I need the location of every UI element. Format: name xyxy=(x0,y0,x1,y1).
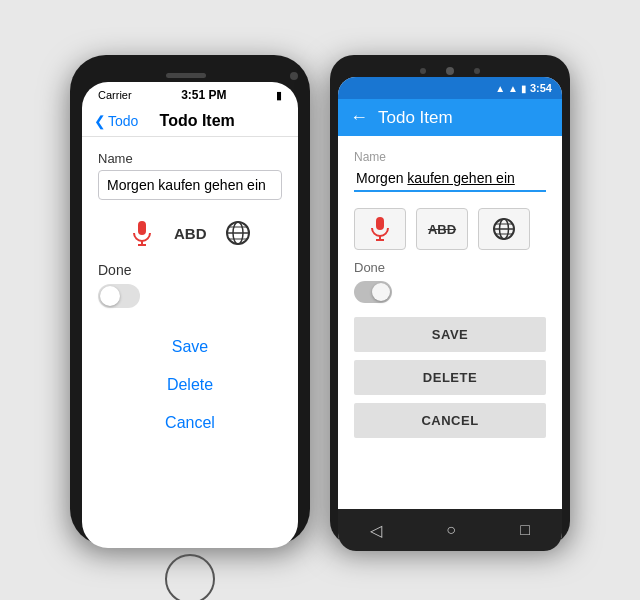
ios-carrier: Carrier xyxy=(98,89,132,101)
ios-status-bar: Carrier 3:51 PM ▮ xyxy=(82,82,298,106)
android-camera-dot xyxy=(446,67,454,75)
android-name-input[interactable]: Morgen kaufen gehen ein xyxy=(354,166,546,192)
android-content: Name Morgen kaufen gehen ein xyxy=(338,136,562,509)
android-signal-icon: ▲ xyxy=(508,83,518,94)
ios-back-button[interactable]: ❮ Todo xyxy=(94,113,138,129)
ios-time: 3:51 PM xyxy=(181,88,226,102)
android-microphone-button[interactable] xyxy=(354,208,406,250)
svg-text:ABD: ABD xyxy=(174,225,206,242)
android-name-label: Name xyxy=(354,150,546,164)
android-globe-button[interactable] xyxy=(478,208,530,250)
android-status-icons: ▲ ▲ ▮ 3:54 xyxy=(495,82,552,94)
ios-screen: Carrier 3:51 PM ▮ ❮ Todo Todo Item Name xyxy=(82,82,298,548)
android-phone: ▲ ▲ ▮ 3:54 ← Todo Item Name Morgen kaufe… xyxy=(330,55,570,545)
ios-delete-button[interactable]: Delete xyxy=(98,366,282,404)
ios-home-button[interactable] xyxy=(165,554,215,600)
android-speaker-dot xyxy=(420,68,426,74)
ios-nav-bar: ❮ Todo Todo Item xyxy=(82,106,298,137)
android-name-text: kaufen gehen ein xyxy=(407,170,514,186)
android-icons-row: ABD xyxy=(354,208,546,250)
android-abc-text: ABD xyxy=(428,222,456,237)
android-nav-recents[interactable]: □ xyxy=(520,521,530,539)
android-screen: ▲ ▲ ▮ 3:54 ← Todo Item Name Morgen kaufe… xyxy=(338,77,562,551)
android-save-button[interactable]: SAVE xyxy=(354,317,546,352)
ios-icons-row: ABD xyxy=(98,214,282,252)
android-done-toggle[interactable] xyxy=(354,281,392,303)
ios-microphone-button[interactable] xyxy=(123,214,161,252)
android-back-button[interactable]: ← xyxy=(350,107,368,128)
ios-back-label: Todo xyxy=(108,113,138,129)
ios-camera-area xyxy=(82,67,298,82)
android-nav-back[interactable]: ◁ xyxy=(370,521,382,540)
ios-phone: Carrier 3:51 PM ▮ ❮ Todo Todo Item Name xyxy=(70,55,310,545)
ios-done-label: Done xyxy=(98,262,282,278)
svg-rect-0 xyxy=(138,221,146,235)
android-toolbar-title: Todo Item xyxy=(378,108,453,128)
ios-speaker xyxy=(166,73,206,78)
android-wifi-icon: ▲ xyxy=(495,83,505,94)
ios-back-chevron: ❮ xyxy=(94,113,106,129)
ios-camera-dot xyxy=(290,72,298,80)
android-cancel-button[interactable]: CANCEL xyxy=(354,403,546,438)
android-nav-bar: ◁ ○ □ xyxy=(338,509,562,551)
ios-name-input[interactable] xyxy=(98,170,282,200)
ios-save-button[interactable]: Save xyxy=(98,328,282,366)
android-done-label: Done xyxy=(354,260,546,275)
android-toolbar: ← Todo Item xyxy=(338,99,562,136)
svg-rect-9 xyxy=(376,217,384,230)
ios-name-label: Name xyxy=(98,151,282,166)
ios-globe-button[interactable] xyxy=(219,214,257,252)
ios-nav-title: Todo Item xyxy=(138,112,256,130)
android-time: 3:54 xyxy=(530,82,552,94)
ios-battery: ▮ xyxy=(276,89,282,102)
ios-content: Name ABD xyxy=(82,137,298,548)
android-nav-home[interactable]: ○ xyxy=(446,521,456,539)
android-abc-button[interactable]: ABD xyxy=(416,208,468,250)
android-status-bar: ▲ ▲ ▮ 3:54 xyxy=(338,77,562,99)
ios-done-toggle[interactable] xyxy=(98,284,140,308)
android-battery-icon: ▮ xyxy=(521,83,527,94)
ios-cancel-button[interactable]: Cancel xyxy=(98,404,282,442)
android-speaker-dot2 xyxy=(474,68,480,74)
android-camera-area xyxy=(338,63,562,77)
android-delete-button[interactable]: DELETE xyxy=(354,360,546,395)
ios-abc-button[interactable]: ABD xyxy=(171,214,209,252)
